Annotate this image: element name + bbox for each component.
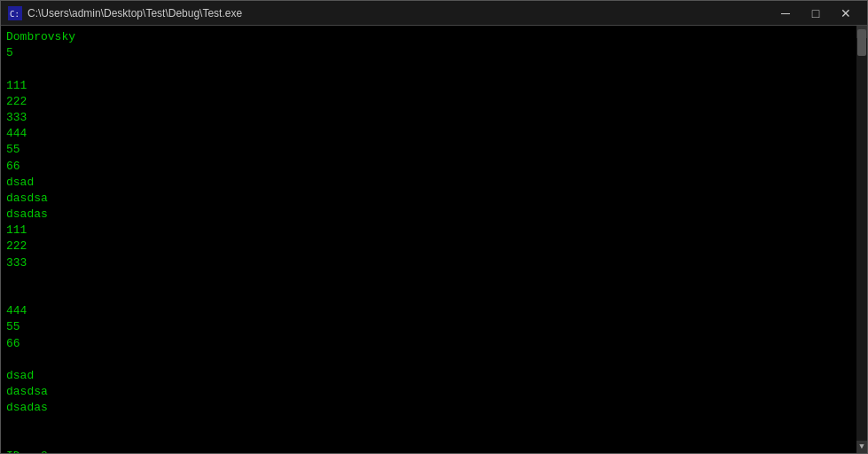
scrollbar[interactable]: ▲ ▼ (856, 26, 867, 453)
console-text: Dombrovsky 5 111 222 333 444 55 66 dsad … (6, 29, 862, 453)
window-title: C:\Users\admin\Desktop\Test\Debug\Test.e… (27, 7, 771, 20)
window-controls: ─ □ ✕ (771, 4, 860, 23)
app-icon: C: (8, 6, 22, 20)
scroll-down-arrow[interactable]: ▼ (856, 441, 867, 453)
console-output: Dombrovsky 5 111 222 333 444 55 66 dsad … (1, 26, 867, 453)
maximize-button[interactable]: □ (802, 4, 830, 23)
scrollbar-thumb[interactable] (857, 29, 866, 56)
svg-text:C:: C: (10, 10, 20, 19)
minimize-button[interactable]: ─ (771, 4, 800, 23)
title-bar: C: C:\Users\admin\Desktop\Test\Debug\Tes… (1, 1, 867, 26)
console-window: C: C:\Users\admin\Desktop\Test\Debug\Tes… (0, 0, 868, 454)
close-button[interactable]: ✕ (832, 4, 860, 23)
